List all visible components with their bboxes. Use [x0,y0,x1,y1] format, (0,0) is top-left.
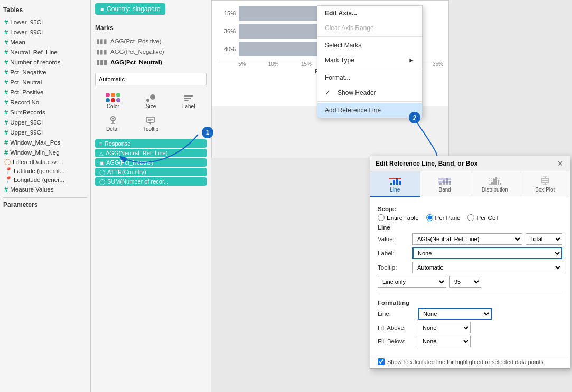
hash-icon: # [4,58,8,66]
fill-below-label: Fill Below: [378,338,415,345]
fill-below-dropdown[interactable]: None [418,336,471,347]
label-field-label: Label: [378,250,409,256]
table-item-window_min_neg[interactable]: #Window_Min_Neg [3,147,87,157]
pill-item[interactable]: ◯ATTR(Country) [95,168,207,176]
scope-per-pane[interactable]: Per Pane [426,214,461,221]
ctx-select-marks[interactable]: Select Marks [317,38,422,53]
hash-icon: # [4,88,8,96]
svg-rect-23 [438,178,451,180]
line-only-dropdown[interactable]: Line only [378,276,446,288]
size-button[interactable]: Size [133,91,169,111]
detail-button[interactable]: Detail [95,113,131,134]
svg-rect-29 [498,180,499,185]
table-item-label: Upper_99CI [10,129,43,136]
tooltip-button[interactable]: Tooltip [133,113,169,134]
label-button[interactable]: Label [171,91,207,111]
mark-bar-icon: ▮▮▮ [96,59,107,66]
tables-title: Tables [3,6,87,14]
table-item-pct_positive[interactable]: #Pct_Positive [3,87,87,97]
formatting-line-dropdown[interactable]: None [418,308,492,320]
size-icon [145,93,156,102]
tab-distribution[interactable]: Distribution [470,171,520,197]
scope-radio-group: Entire Table Per Pane Per Cell [378,214,562,221]
value-row: Value: AGG(Neutral_Ref_Line) Total [378,233,562,245]
ctx-show-header-label: Show Header [337,89,376,97]
ctx-format[interactable]: Format... [317,70,422,85]
band-tab-icon [438,176,451,185]
tooltip-label: Tooltip [143,126,158,132]
scope-cell-radio[interactable] [467,214,474,221]
value-suffix-dropdown[interactable]: Total [526,233,562,245]
pill-item[interactable]: △AGG(Neutral_Ref_Line) [95,149,207,157]
tab-band[interactable]: Band [420,171,471,197]
table-item-record-no[interactable]: #Record No [3,97,87,107]
color-label: Color [107,103,119,109]
svg-rect-4 [184,100,189,101]
label-dropdown[interactable]: None [412,247,562,259]
table-item-lower_95ci[interactable]: #Lower_95CI [3,17,87,27]
line-only-value-dropdown[interactable]: 95 [449,276,481,288]
marks-title: Marks [95,24,207,32]
svg-point-6 [112,118,114,120]
ctx-mark-type[interactable]: Mark Type ► [317,53,422,68]
table-item-measure-values[interactable]: #Measure Values [3,184,87,194]
table-item-longitude-(gener...[interactable]: 📍Longitude (gener... [3,175,87,184]
recalculate-checkbox[interactable] [378,358,385,365]
table-item-lower_99ci[interactable]: #Lower_99CI [3,27,87,37]
scope-entire-radio[interactable] [378,214,385,221]
svg-rect-3 [184,98,191,99]
scope-entire-table[interactable]: Entire Table [378,214,419,221]
mark-row[interactable]: ▮▮▮AGG(Pct_Neutral) [95,57,207,68]
color-button[interactable]: Color [95,91,131,111]
hash-icon: # [4,138,8,146]
country-tag[interactable]: ■ Country: singapore [95,3,165,15]
ctx-show-header[interactable]: ✓ Show Header [317,85,422,100]
tooltip-dropdown[interactable]: Automatic [412,262,562,273]
country-icon: ■ [100,6,104,12]
table-item-filtereddata.csv-...[interactable]: ◯FilteredData.csv ... [3,157,87,166]
tooltip-row: Tooltip: Automatic [378,262,562,273]
pill-item[interactable]: ◯SUM(Number of recor... [95,177,207,186]
scope-pane-radio[interactable] [426,214,433,221]
table-item-latitude-(generat...[interactable]: 📍Latitude (generat... [3,166,87,175]
ctx-clear-axis-label: Clear Axis Range [325,24,374,32]
ctx-clear-axis: Clear Axis Range [317,21,422,35]
dist-tab-icon [489,176,501,185]
tab-boxplot-label: Box Plot [535,187,555,193]
pill-item[interactable]: ≡Response [95,139,207,148]
pill-item[interactable]: ▣AGG(Pct_Neutral) [95,158,207,167]
ctx-edit-axis-label: Edit Axis... [325,9,357,17]
dialog-close-button[interactable]: ✕ [556,159,565,168]
dialog-tabs: Line Band Dist [370,171,570,197]
recalculate-label: Show recalculated line for highlighted o… [387,359,543,365]
ctx-divider-2 [317,69,422,69]
ctx-add-reference-line[interactable]: Add Reference Line [317,103,422,118]
table-item-upper_99ci[interactable]: #Upper_99CI [3,127,87,137]
table-item-pct_negative[interactable]: #Pct_Negative [3,67,87,77]
fill-above-dropdown[interactable]: None [418,322,471,333]
marks-controls: Color Size Label Detail [95,91,207,134]
line-only-row: Line only 95 [378,276,562,288]
recalculate-checkbox-label[interactable]: Show recalculated line for highlighted o… [378,358,543,365]
mark-row[interactable]: ▮▮▮AGG(Pct_Positive) [95,36,207,46]
mark-row[interactable]: ▮▮▮AGG(Pct_Negative) [95,46,207,57]
table-item-window_max_pos[interactable]: #Window_Max_Pos [3,137,87,147]
ctx-edit-axis[interactable]: Edit Axis... [317,6,422,21]
table-item-upper_95ci[interactable]: #Upper_95CI [3,117,87,127]
scope-per-cell[interactable]: Per Cell [467,214,498,221]
table-item-mean[interactable]: #Mean [3,37,87,47]
dialog-footer: Show recalculated line for highlighted o… [370,355,570,368]
table-item-sumrecords[interactable]: #SumRecords [3,107,87,117]
table-item-neutral_ref_line[interactable]: #Neutral_Ref_Line [3,47,87,57]
table-item-label: SumRecords [10,109,45,116]
value-dropdown[interactable]: AGG(Neutral_Ref_Line) [412,233,522,245]
label-row: Label: None [378,247,562,259]
tab-boxplot[interactable]: Box Plot [520,171,570,197]
table-item-label: Pct_Neutral [10,79,42,85]
tab-line[interactable]: Line [370,171,420,197]
dialog-body: Scope Entire Table Per Pane Per Cell Lin… [370,197,570,355]
table-item-pct_neutral[interactable]: #Pct_Neutral [3,77,87,87]
table-item-number-of-records[interactable]: #Number of records [3,57,87,67]
hash-icon: # [4,68,8,76]
marks-dropdown[interactable]: Automatic [95,73,207,85]
